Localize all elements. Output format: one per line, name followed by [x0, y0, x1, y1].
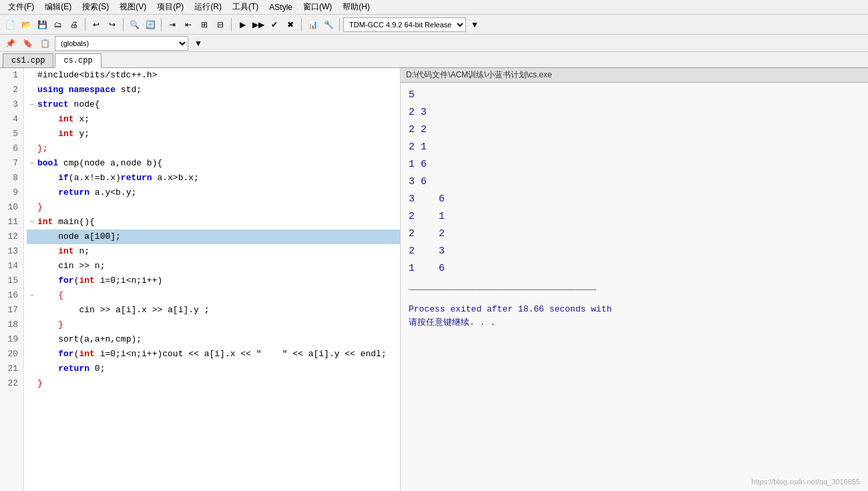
fold-3[interactable]: −	[27, 97, 37, 112]
fold-1	[27, 68, 37, 83]
toolbar-secondary: 📌 🔖 📋 (globals) ▼	[0, 35, 868, 52]
tb2-btn3[interactable]: 📋	[37, 36, 52, 51]
code-lines-area[interactable]: #include<bits/stdc++.h> using namespace …	[24, 68, 400, 491]
linenum-16: 16	[0, 288, 21, 303]
code-line-17: cin >> a[i].x >> a[i].y ;	[27, 303, 400, 318]
code-text-7a: bool	[37, 156, 63, 171]
menu-run[interactable]: 运行(R)	[189, 0, 227, 14]
output-line-5: 1 6	[409, 156, 860, 173]
find-button[interactable]: 🔍	[127, 17, 142, 32]
code-text-11a: int	[37, 215, 58, 229]
fold-7[interactable]: −	[27, 156, 37, 171]
toolbar-sep-5	[301, 18, 302, 31]
fold-10	[27, 200, 37, 215]
output-line-1: 5	[409, 87, 860, 104]
code-line-19: sort(a,a+n,cmp);	[27, 332, 400, 347]
linenum-10: 10	[0, 200, 21, 215]
code-line-14: cin >> n;	[27, 259, 400, 274]
save-button[interactable]: 💾	[35, 17, 49, 32]
menu-view[interactable]: 视图(V)	[114, 0, 152, 14]
menu-window[interactable]: 窗口(W)	[298, 0, 337, 14]
code-editor[interactable]: 1 2 3 4 5 6 7 8 9 10 11 12 13 14 15 16 1…	[0, 68, 401, 491]
menu-help[interactable]: 帮助(H)	[337, 0, 375, 14]
fold-12	[27, 229, 37, 244]
code-line-20: for(int i=0;i<n;i++)cout << a[i].x << " …	[27, 347, 400, 362]
toolbar-main: 📄 📂 💾 🗂 🖨 ↩ ↪ 🔍 🔄 ⇥ ⇤ ⊞ ⊟ ▶ ▶▶ ✔ ✖ 📊 🔧 T…	[0, 15, 868, 35]
watermark: https://blog.csdn.net/qq_3016655	[751, 478, 860, 486]
fold-16[interactable]: −	[27, 288, 37, 303]
code-line-8: if(a.x!=b.x)return a.x>b.x;	[27, 171, 400, 185]
toolbar-sep-2	[123, 18, 124, 31]
tb2-btn2[interactable]: 🔖	[20, 36, 35, 51]
linenum-4: 4	[0, 112, 21, 127]
undo-button[interactable]: ↩	[89, 17, 103, 32]
code-indent-19	[37, 332, 58, 347]
compiler-dropdown[interactable]: TDM-GCC 4.9.2 64-bit ReleaseTDM-GCC 4.9.…	[343, 17, 466, 32]
replace-button[interactable]: 🔄	[143, 17, 158, 32]
output-line-2: 2 3	[409, 104, 860, 121]
tb2-btn1[interactable]: 📌	[3, 36, 17, 51]
fold-18	[27, 318, 37, 332]
code-line-3: − struct node{	[27, 97, 400, 112]
code-text-6: };	[37, 141, 48, 156]
debug-button[interactable]: 🔧	[321, 17, 336, 32]
stop-button[interactable]: ✖	[283, 17, 298, 32]
fold-19	[27, 332, 37, 347]
code-line-21: return 0;	[27, 362, 400, 376]
code-text-5b: y;	[79, 127, 89, 141]
save-all-button[interactable]: 🗂	[51, 17, 65, 32]
output-line-10: 2 3	[409, 243, 860, 260]
menu-search[interactable]: 搜索(S)	[77, 0, 114, 14]
fold-9	[27, 185, 37, 200]
tab-cs1cpp[interactable]: cs1.cpp	[3, 53, 53, 67]
code-text-4b: x;	[79, 112, 89, 127]
check-button[interactable]: ✔	[267, 17, 282, 32]
run-button[interactable]: ▶▶	[251, 17, 266, 32]
linenum-2: 2	[0, 83, 21, 97]
output-line-6: 3 6	[409, 173, 860, 191]
code-text-4a: int	[58, 112, 79, 127]
redo-button[interactable]: ↪	[105, 17, 120, 32]
globals-dropdown-btn[interactable]: ▼	[191, 36, 206, 51]
output-content: 5 2 3 2 2 2 1 1 6 3 6 3 6 2 1 2 2 2 3 1 …	[401, 83, 868, 334]
compiler-dropdown-btn[interactable]: ▼	[467, 17, 482, 32]
chart-button[interactable]: 📊	[305, 17, 320, 32]
code-text-15a: for	[58, 274, 73, 288]
code-text-3a: struct	[37, 97, 74, 112]
code-line-22: }	[27, 376, 400, 391]
menu-file[interactable]: 文件(F)	[3, 0, 39, 14]
code-text-9b: a.y<b.y;	[95, 185, 136, 200]
menu-astyle[interactable]: AStyle	[264, 1, 298, 13]
fold-11[interactable]: −	[27, 215, 37, 229]
code-indent-16	[37, 288, 58, 303]
toggle-button[interactable]: ⊞	[197, 17, 212, 32]
linenum-13: 13	[0, 244, 21, 259]
linenum-6: 6	[0, 141, 21, 156]
open-button[interactable]: 📂	[19, 17, 33, 32]
code-text-8d: a.x>b.x;	[157, 171, 198, 185]
output-titlebar: D:\代码文件\ACM训练\小蓝书计划\cs.exe	[401, 68, 868, 83]
code-text-12: node a[100];	[58, 229, 121, 244]
code-line-7: − bool cmp(node a,node b){	[27, 156, 400, 171]
code-text-15b: (	[74, 274, 79, 288]
tab-cscpp[interactable]: cs.cpp	[55, 53, 101, 68]
menu-tools[interactable]: 工具(T)	[227, 0, 264, 14]
code-indent-14	[37, 259, 58, 274]
globals-dropdown[interactable]: (globals)	[55, 36, 188, 51]
new-button[interactable]: 📄	[3, 17, 17, 32]
layout-button[interactable]: ⊟	[213, 17, 228, 32]
code-text-8c: return	[121, 171, 158, 185]
code-text-19: sort(a,a+n,cmp);	[58, 332, 142, 347]
fold-14	[27, 259, 37, 274]
unindent-button[interactable]: ⇤	[181, 17, 196, 32]
menu-edit[interactable]: 编辑(E)	[39, 0, 77, 14]
menu-project[interactable]: 项目(P)	[152, 0, 189, 14]
indent-button[interactable]: ⇥	[165, 17, 180, 32]
compile-button[interactable]: ▶	[235, 17, 250, 32]
linenum-3: 3	[0, 97, 21, 112]
fold-8	[27, 171, 37, 185]
output-line-3: 2 2	[409, 121, 860, 139]
code-text-15d: i=0;i<n;i++)	[100, 274, 163, 288]
output-title-text: D:\代码文件\ACM训练\小蓝书计划\cs.exe	[406, 70, 552, 79]
print-button[interactable]: 🖨	[67, 17, 81, 32]
